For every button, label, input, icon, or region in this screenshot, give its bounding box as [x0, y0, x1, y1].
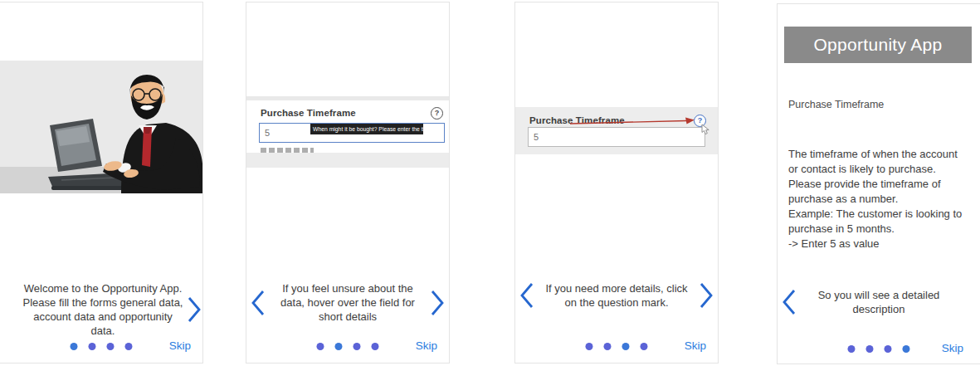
- panel-caption: If you feel unsure about the data, hover…: [271, 281, 424, 324]
- carousel-dot-2[interactable]: [866, 345, 874, 353]
- carousel-dot-2[interactable]: [89, 343, 96, 350]
- next-chevron-icon[interactable]: [430, 289, 445, 317]
- panel-caption: If you need more details, click on the q…: [539, 281, 695, 310]
- next-chevron-icon[interactable]: [187, 295, 202, 324]
- prev-chevron-icon[interactable]: [519, 281, 538, 310]
- carousel-dot-4[interactable]: [903, 345, 910, 353]
- carousel-dot-1[interactable]: [848, 345, 856, 353]
- carousel-footer: Skip: [515, 339, 718, 354]
- skip-link[interactable]: Skip: [169, 339, 191, 352]
- description-paragraph: The timeframe of when the account or con…: [788, 147, 969, 207]
- skip-link[interactable]: Skip: [416, 339, 437, 352]
- purchase-timeframe-label: Purchase Timeframe: [261, 108, 356, 118]
- carousel-dots: [317, 343, 379, 350]
- panel-question-mark-hint: Purchase Timeframe ? If you need more de…: [514, 2, 719, 364]
- app-title: Opportunity App: [813, 35, 942, 55]
- next-chevron-icon[interactable]: [699, 281, 714, 310]
- panel-caption: So you will see a detailed description: [809, 288, 948, 316]
- description-paragraph: Example: The customer is looking to purc…: [788, 207, 969, 237]
- carousel-dot-3[interactable]: [353, 343, 361, 350]
- man-with-laptop-illustration: [0, 61, 202, 193]
- red-pointer-arrow: [568, 116, 698, 131]
- app-title-banner: Opportunity App: [784, 27, 972, 63]
- carousel-dots: [71, 343, 133, 350]
- panel-detailed-description: Opportunity App Purchase Timeframe The t…: [777, 3, 980, 364]
- form-screenshot-bottom-edge: [246, 153, 449, 168]
- chevron-spacer: [782, 316, 798, 317]
- carousel-dot-3[interactable]: [107, 343, 115, 350]
- carousel-footer: Skip: [778, 342, 980, 357]
- carousel-footer: Skip: [0, 339, 202, 354]
- field-description: The timeframe of when the account or con…: [788, 147, 969, 251]
- panel-welcome: Welcome to the Opportunity App. Please f…: [0, 2, 203, 364]
- carousel-dot-4[interactable]: [641, 343, 648, 350]
- prev-chevron-icon[interactable]: [251, 289, 269, 317]
- form-screenshot-top-edge: [246, 96, 449, 100]
- panel-caption: Welcome to the Opportunity App. Please f…: [22, 281, 183, 339]
- field-tooltip: When might it be bought? Please enter th…: [310, 124, 423, 134]
- carousel-footer: Skip: [246, 339, 449, 354]
- carousel-dots: [848, 345, 910, 353]
- carousel-dot-1[interactable]: [317, 343, 324, 350]
- chevron-spacer: [4, 310, 21, 310]
- skip-link[interactable]: Skip: [942, 342, 963, 354]
- carousel-dot-4[interactable]: [372, 343, 379, 350]
- carousel-dot-3[interactable]: [622, 343, 630, 350]
- description-paragraph: -> Enter 5 as value: [788, 237, 969, 251]
- carousel-dot-2[interactable]: [604, 343, 612, 350]
- carousel-dot-4[interactable]: [125, 343, 133, 350]
- carousel-dot-3[interactable]: [885, 345, 892, 353]
- carousel-dot-1[interactable]: [586, 343, 593, 350]
- carousel-dot-2[interactable]: [335, 343, 343, 350]
- prev-chevron-icon[interactable]: [782, 288, 800, 316]
- skip-link[interactable]: Skip: [685, 339, 706, 352]
- question-mark-icon[interactable]: ?: [431, 107, 443, 120]
- mouse-cursor-icon: [700, 124, 711, 139]
- carousel-dots: [586, 343, 648, 350]
- panel-hover-hint: Purchase Timeframe ? When might it be bo…: [246, 2, 450, 364]
- purchase-timeframe-label: Purchase Timeframe: [788, 99, 884, 110]
- carousel-dot-1[interactable]: [71, 343, 78, 350]
